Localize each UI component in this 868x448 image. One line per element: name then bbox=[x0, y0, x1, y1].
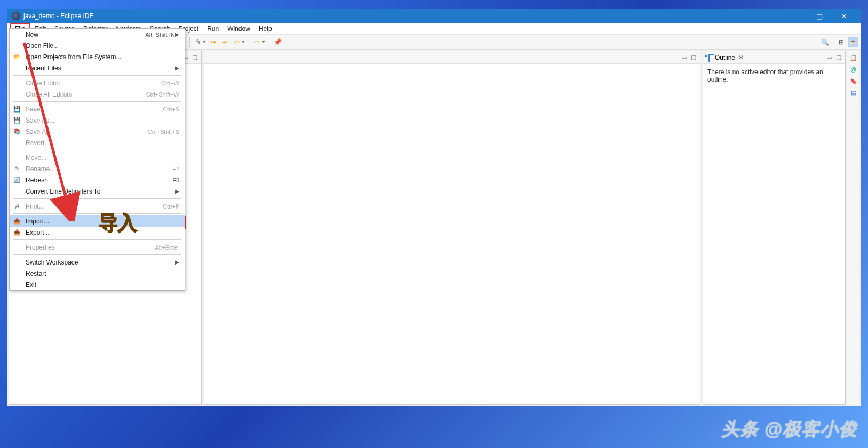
menu-window[interactable]: Window bbox=[223, 24, 254, 34]
menu-item-restart[interactable]: Restart bbox=[10, 268, 185, 279]
outline-pane: Outline ✕ ▭ ▢ There is no active editor … bbox=[703, 51, 846, 405]
file-menu-dropdown: NewAlt+Shift+N▶Open File...📂Open Project… bbox=[9, 28, 185, 291]
forward-icon[interactable]: ⇨ bbox=[252, 37, 262, 47]
at-icon[interactable]: @ bbox=[849, 65, 858, 74]
menu-item-rename: ✎Rename...F2 bbox=[10, 163, 185, 174]
submenu-arrow-icon: ▶ bbox=[175, 31, 179, 37]
outline-icon bbox=[705, 54, 713, 61]
pin-icon[interactable]: 📌 bbox=[272, 37, 283, 47]
menu-item-print: 🖨Print...Ctrl+P bbox=[10, 201, 185, 212]
nav-prev-icon[interactable]: ↰ bbox=[193, 37, 203, 47]
menu-item-save-all: 📚Save AllCtrl+Shift+S bbox=[10, 126, 185, 137]
annotation-label: 导入 bbox=[99, 210, 137, 236]
menu-item-open-file[interactable]: Open File... bbox=[10, 40, 185, 51]
task-list-icon[interactable]: 📋 bbox=[849, 53, 858, 62]
editor-pane: ▭ ▢ bbox=[204, 51, 700, 405]
titlebar: java_demo - Eclipse IDE — ▢ ✕ bbox=[7, 9, 861, 23]
pane-minimize-icon[interactable]: ▭ bbox=[680, 53, 688, 62]
quick-access-icon[interactable]: 🔍 bbox=[819, 37, 830, 47]
menu-item-open-projects-from-file-system[interactable]: 📂Open Projects from File System... bbox=[10, 51, 185, 62]
outline-message: There is no active editor that provides … bbox=[703, 64, 845, 404]
menu-item-revert: Revert bbox=[10, 137, 185, 148]
menu-run[interactable]: Run bbox=[203, 24, 223, 34]
nav-next-icon[interactable]: ↪ bbox=[208, 37, 219, 47]
quick-toolbar: 📋 @ 🔖 ▤ bbox=[847, 51, 859, 405]
menu-item-import[interactable]: 📥Import... bbox=[10, 215, 185, 227]
menu-item-recent-files[interactable]: Recent Files▶ bbox=[10, 62, 185, 74]
pane-maximize-icon[interactable]: ▢ bbox=[834, 53, 843, 62]
outline-title: Outline bbox=[715, 54, 735, 61]
menu-help[interactable]: Help bbox=[254, 24, 276, 34]
menu-item-properties: PropertiesAlt+Enter bbox=[10, 242, 185, 253]
perspective-icon[interactable]: ⊞ bbox=[836, 37, 847, 47]
pane-minimize-icon[interactable]: ▭ bbox=[825, 53, 833, 62]
menu-item-save: 💾SaveCtrl+S bbox=[10, 103, 185, 115]
java-perspective-icon[interactable]: ☕ bbox=[848, 37, 858, 47]
close-button[interactable]: ✕ bbox=[832, 9, 856, 23]
pane-maximize-icon[interactable]: ▢ bbox=[689, 53, 698, 62]
menu-item-new[interactable]: NewAlt+Shift+N▶ bbox=[10, 29, 185, 40]
window-title: java_demo - Eclipse IDE bbox=[23, 12, 93, 20]
menu-item-convert-line-delimiters-to[interactable]: Convert Line Delimiters To▶ bbox=[10, 186, 185, 197]
submenu-arrow-icon: ▶ bbox=[175, 188, 179, 194]
menu-item-close-editor: Close EditorCtrl+W bbox=[10, 77, 185, 89]
cheatsheets-icon[interactable]: ▤ bbox=[849, 88, 858, 98]
bookmarks-icon[interactable]: 🔖 bbox=[849, 76, 858, 86]
menu-item-close-all-editors: Close All EditorsCtrl+Shift+W bbox=[10, 89, 185, 100]
menu-item-exit[interactable]: Exit bbox=[10, 279, 185, 290]
pane-maximize-icon[interactable]: ▢ bbox=[190, 53, 199, 62]
watermark: 头条 @极客小俊 bbox=[721, 417, 857, 442]
menu-item-refresh[interactable]: 🔄RefreshF5 bbox=[10, 174, 185, 186]
menu-item-move: Move... bbox=[10, 152, 185, 163]
menu-item-save-as: 💾Save As... bbox=[10, 115, 185, 126]
eclipse-icon bbox=[12, 12, 20, 20]
menu-item-switch-workspace[interactable]: Switch Workspace▶ bbox=[10, 257, 185, 268]
menu-item-export[interactable]: 📤Export... bbox=[10, 227, 185, 238]
back-icon[interactable]: ⇦ bbox=[232, 37, 242, 47]
minimize-button[interactable]: — bbox=[783, 9, 807, 23]
close-tab-icon[interactable]: ✕ bbox=[738, 54, 744, 61]
maximize-button[interactable]: ▢ bbox=[807, 9, 832, 23]
nav-last-icon[interactable]: ↩ bbox=[220, 37, 230, 47]
submenu-arrow-icon: ▶ bbox=[175, 259, 179, 265]
submenu-arrow-icon: ▶ bbox=[175, 65, 179, 71]
